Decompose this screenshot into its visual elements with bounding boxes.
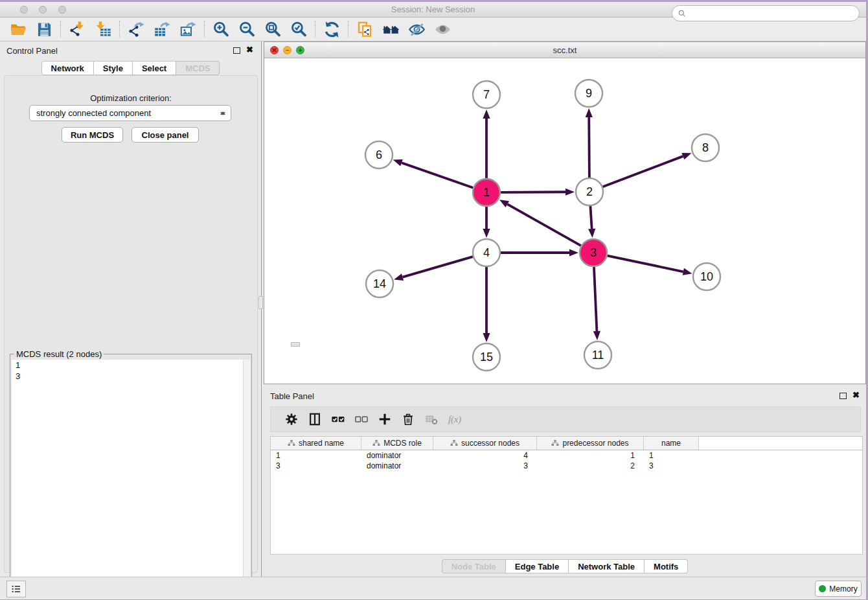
graph-arrowhead-2-3 [588,229,595,238]
graph-edge-3-11[interactable] [594,267,597,331]
home-button[interactable] [378,19,404,40]
table-cell[interactable]: 4 [433,450,537,461]
column-header-predecessor-nodes[interactable]: predecessor nodes [537,437,644,450]
table-cell[interactable]: 3 [644,461,699,471]
export-table-button[interactable] [149,19,175,40]
graph-edge-2-9[interactable] [589,117,589,178]
float-panel-icon[interactable] [233,47,240,54]
network-window-titlebar[interactable]: ✕ – + scc.txt [264,42,865,58]
table-cell[interactable]: 2 [537,461,644,471]
tab-motifs[interactable]: Motifs [645,559,688,573]
table-cell[interactable]: 3 [271,461,361,471]
zoom-fit-button[interactable] [260,19,286,40]
result-node-id[interactable]: 1 [12,360,250,371]
gear-button[interactable] [280,410,303,429]
column-header-shared-name[interactable]: shared name [271,437,361,450]
mcds-result-group: MCDS result (2 nodes) 13 [10,354,252,599]
graph-edge-2-8[interactable] [603,156,683,187]
refresh-icon [323,21,341,38]
graph-edge-4-14[interactable] [403,257,473,277]
graph-node-label-14: 14 [373,277,386,290]
graph-edge-2-3[interactable] [590,206,591,229]
hide-graphics-button[interactable] [404,19,429,40]
graph-edge-1-6[interactable] [402,163,473,188]
close-panel-button[interactable]: Close panel [131,127,199,143]
graph-edge-3-10[interactable] [608,256,683,272]
tab-network-table[interactable]: Network Table [569,559,645,573]
cyndex-share-button[interactable] [352,19,378,40]
add-column-button[interactable] [373,410,396,429]
table-cell[interactable]: dominator [361,450,433,461]
open-session-button[interactable] [5,19,31,40]
columns-button[interactable] [303,410,326,429]
tab-select[interactable]: Select [133,61,176,75]
tree-icon [372,439,380,447]
table-cell[interactable]: 3 [433,461,537,471]
table-row[interactable]: 1dominator411 [271,450,862,461]
delete-button[interactable] [396,410,420,429]
result-node-id[interactable]: 3 [12,371,250,382]
memory-label: Memory [829,584,857,594]
tab-node-table[interactable]: Node Table [442,559,506,573]
close-panel-icon[interactable]: ✖ [246,45,253,54]
cyndex-share-icon [356,21,374,38]
run-mcds-button[interactable]: Run MCDS [62,127,123,143]
zoom-in-button[interactable] [208,19,234,40]
table-row[interactable]: 3dominator323 [271,461,862,471]
search-box[interactable] [672,5,860,21]
horizontal-splitter-handle[interactable] [291,342,300,347]
close-table-panel-icon[interactable]: ✖ [852,390,860,400]
criterion-value: strongly connected component [36,108,151,118]
zoom-in-icon [212,21,230,38]
tab-style[interactable]: Style [94,61,133,75]
graph-edge-1-2[interactable] [501,192,565,192]
memory-button[interactable]: Memory [815,581,862,597]
export-image-icon [179,21,197,38]
graph-node-label-4: 4 [483,246,490,259]
search-icon [678,9,687,18]
table-cell[interactable]: 1 [271,450,361,461]
show-graphics-button[interactable] [429,19,455,40]
zoom-selected-button[interactable] [286,19,312,40]
checkbox-checked-pair-button[interactable] [326,410,350,429]
tab-network[interactable]: Network [41,61,94,75]
graph-arrowhead-4-14 [394,273,404,281]
search-input[interactable] [687,7,859,20]
show-graphics-icon [434,21,451,38]
network-canvas[interactable]: 7968124314101511 [264,58,865,384]
graph-edge-3-1[interactable] [507,204,581,246]
graph-node-label-3: 3 [590,246,597,259]
column-header-successor-nodes[interactable]: successor nodes [433,437,537,450]
import-network-button[interactable] [64,19,90,40]
save-session-button[interactable] [31,19,57,40]
criterion-dropdown[interactable]: strongly connected component [29,105,231,121]
zoom-out-button[interactable] [234,19,260,40]
delete-table-button[interactable] [420,410,443,429]
export-image-button[interactable] [175,19,201,40]
graph-node-label-9: 9 [586,87,592,100]
dock-panel-button[interactable] [6,581,26,597]
tab-mcds[interactable]: MCDS [176,61,220,75]
control-panel-header: Control Panel ✖ [0,41,261,60]
vertical-splitter-handle[interactable] [258,296,263,309]
network-graph: 7968124314101511 [264,58,865,384]
import-table-button[interactable] [90,19,116,40]
table-cell[interactable]: 1 [644,450,699,461]
column-header-MCDS-role[interactable]: MCDS role [361,437,433,450]
result-scrollbar[interactable] [243,360,250,597]
table-cell[interactable]: 1 [537,450,644,461]
table-panel-title: Table Panel [270,391,314,401]
tree-icon [450,439,458,447]
mcds-result-list[interactable]: 13 [12,360,250,597]
float-table-panel-icon[interactable] [839,393,847,399]
graph-arrowhead-4-3 [569,249,578,256]
checkbox-unchecked-pair-button[interactable] [350,410,373,429]
refresh-button[interactable] [319,19,345,40]
graph-arrowhead-3-1 [499,200,509,207]
node-table-header: shared nameMCDS rolesuccessor nodesprede… [271,437,862,450]
function-builder-button[interactable]: f(x) [443,410,466,429]
column-header-name[interactable]: name [644,437,699,450]
table-cell[interactable]: dominator [361,461,433,471]
tab-edge-table[interactable]: Edge Table [506,559,569,573]
export-network-button[interactable] [123,19,149,40]
